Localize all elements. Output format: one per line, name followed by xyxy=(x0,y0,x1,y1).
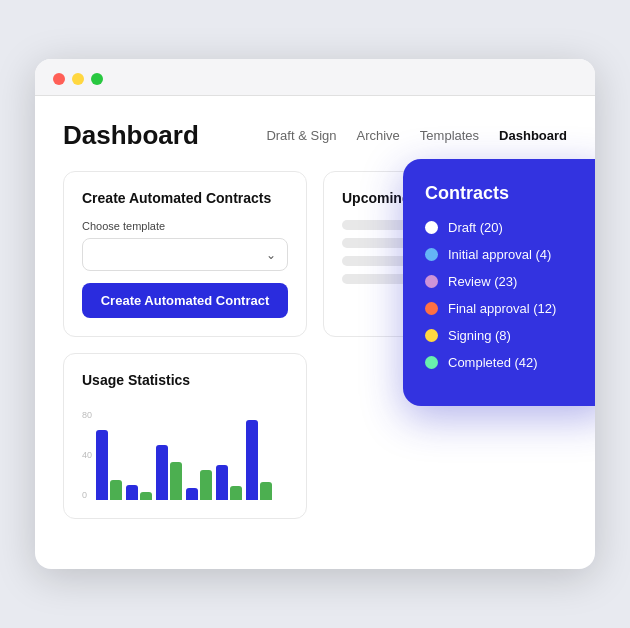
bar-blue-3 xyxy=(186,488,198,500)
chart-y-labels: 80 40 0 xyxy=(82,410,96,500)
nav-dashboard[interactable]: Dashboard xyxy=(499,128,567,143)
contract-label-final: Final approval (12) xyxy=(448,301,556,316)
bar-green-1 xyxy=(140,492,152,500)
review-dot xyxy=(425,275,438,288)
contract-item-draft: Draft (20) xyxy=(425,220,591,235)
page-title: Dashboard xyxy=(63,120,199,151)
initial-dot xyxy=(425,248,438,261)
bar-blue-0 xyxy=(96,430,108,500)
chart-wrapper: 80 40 0 xyxy=(82,402,288,500)
bar-green-5 xyxy=(260,482,272,500)
create-automated-contract-button[interactable]: Create Automated Contract xyxy=(82,283,288,318)
contracts-popup: Contracts Draft (20) Initial approval (4… xyxy=(403,159,595,406)
draft-dot xyxy=(425,221,438,234)
contract-label-review: Review (23) xyxy=(448,274,517,289)
contract-label-draft: Draft (20) xyxy=(448,220,503,235)
bar-green-2 xyxy=(170,462,182,500)
contract-label-signing: Signing (8) xyxy=(448,328,511,343)
contract-label-initial: Initial approval (4) xyxy=(448,247,551,262)
contracts-list: Draft (20) Initial approval (4) Review (… xyxy=(425,220,591,370)
navigation: Draft & Sign Archive Templates Dashboard xyxy=(266,128,567,143)
bar-blue-4 xyxy=(216,465,228,500)
final-dot xyxy=(425,302,438,315)
bar-group-3 xyxy=(186,470,212,500)
bar-blue-5 xyxy=(246,420,258,500)
stats-card-title: Usage Statistics xyxy=(82,372,288,388)
chart-bars xyxy=(96,402,272,500)
close-dot[interactable] xyxy=(53,73,65,85)
usage-statistics-card: Usage Statistics 80 40 0 xyxy=(63,353,307,519)
nav-draft-sign[interactable]: Draft & Sign xyxy=(266,128,336,143)
header: Dashboard Draft & Sign Archive Templates… xyxy=(63,120,567,151)
contract-item-final: Final approval (12) xyxy=(425,301,591,316)
bar-group-4 xyxy=(216,465,242,500)
bar-green-0 xyxy=(110,480,122,500)
template-select-wrapper: ⌄ xyxy=(82,238,288,271)
browser-chrome xyxy=(35,59,595,96)
bar-group-1 xyxy=(126,485,152,500)
contract-item-review: Review (23) xyxy=(425,274,591,289)
contract-item-completed: Completed (42) xyxy=(425,355,591,370)
create-contracts-card: Create Automated Contracts Choose templa… xyxy=(63,171,307,337)
bar-green-3 xyxy=(200,470,212,500)
bar-chart xyxy=(96,410,272,500)
contract-item-initial: Initial approval (4) xyxy=(425,247,591,262)
y-label-bot: 0 xyxy=(82,490,92,500)
template-select[interactable] xyxy=(82,238,288,271)
bar-blue-2 xyxy=(156,445,168,500)
create-card-title: Create Automated Contracts xyxy=(82,190,288,206)
bar-group-5 xyxy=(246,420,272,500)
bar-blue-1 xyxy=(126,485,138,500)
bar-group-2 xyxy=(156,445,182,500)
completed-dot xyxy=(425,356,438,369)
browser-window: Dashboard Draft & Sign Archive Templates… xyxy=(35,59,595,569)
bar-group-0 xyxy=(96,430,122,500)
y-label-mid: 40 xyxy=(82,450,92,460)
signing-dot xyxy=(425,329,438,342)
contracts-popup-title: Contracts xyxy=(425,183,591,204)
nav-archive[interactable]: Archive xyxy=(356,128,399,143)
choose-template-label: Choose template xyxy=(82,220,288,232)
nav-templates[interactable]: Templates xyxy=(420,128,479,143)
y-label-top: 80 xyxy=(82,410,92,420)
contract-label-completed: Completed (42) xyxy=(448,355,538,370)
maximize-dot[interactable] xyxy=(91,73,103,85)
bar-green-4 xyxy=(230,486,242,500)
contract-item-signing: Signing (8) xyxy=(425,328,591,343)
minimize-dot[interactable] xyxy=(72,73,84,85)
